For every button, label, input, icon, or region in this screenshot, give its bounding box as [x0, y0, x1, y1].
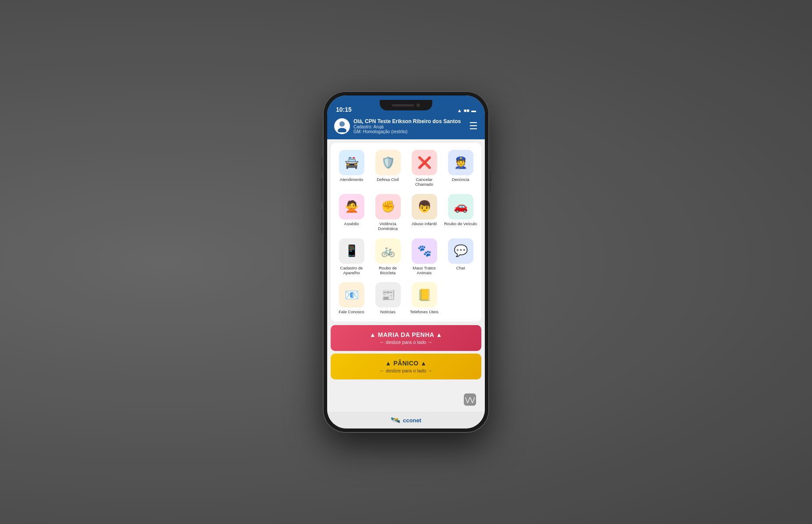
phone-screen: 10:15 ▲ ■■ ▬	[327, 96, 485, 428]
menu-icon-0: 🚔	[339, 150, 364, 175]
header-cadastro: Cadastro: Arujá	[353, 124, 461, 129]
banner-panico[interactable]: ▲ PÂNICO ▲ ← deslize para o lado →	[331, 354, 481, 379]
scroll-down-indicator[interactable]: ⋁⋁	[464, 393, 476, 406]
logo-icon: 🛰️	[391, 415, 400, 425]
menu-label-4: Assédio	[344, 221, 359, 226]
menu-label-13: Notícias	[380, 309, 395, 314]
hamburger-menu[interactable]: ☰	[469, 120, 478, 132]
menu-label-12: Fale Conosco	[339, 309, 364, 314]
menu-item-roubo-de-veículo[interactable]: 🚗 Roubo de Veículo	[443, 192, 478, 233]
menu-item-cancelar-chamado[interactable]: ❌ Cancelar Chamado	[407, 148, 441, 189]
menu-item-defesa-civil[interactable]: 🛡️ Defesa Civil	[371, 148, 405, 189]
menu-item-violência-doméstica[interactable]: ✊ Violência Doméstica	[371, 192, 405, 233]
menu-item-abuso-infantil[interactable]: 👦 Abuso infantil	[407, 192, 441, 233]
side-button-left-2	[321, 179, 323, 203]
menu-card: 🚔 Atendimento 🛡️ Defesa Civil ❌ Cancelar…	[331, 143, 481, 322]
menu-label-0: Atendimento	[340, 177, 363, 182]
app-header: Olá, CPN Teste Erikson Ribeiro dos Santo…	[327, 115, 485, 139]
notch-camera	[417, 103, 420, 107]
menu-icon-7: 🚗	[448, 194, 473, 220]
menu-icon-5: ✊	[375, 194, 401, 220]
notch-speaker	[392, 104, 414, 106]
banner-maria-title: ▲ MARIA DA PENHA ▲	[337, 331, 475, 338]
menu-label-9: Roubo de Bicicleta	[371, 266, 404, 276]
status-icons: ▲ ■■ ▬	[457, 108, 476, 113]
menu-item-fale-conosco[interactable]: 📧 Fale Conosco	[334, 280, 369, 316]
menu-item-cadastro-de-aparelho[interactable]: 📱 Cadastro de Aparelho	[334, 237, 369, 277]
menu-item-maus-tratos-animais[interactable]: 🐾 Maus Tratos Animais	[407, 237, 441, 277]
banner-panico-subtitle: ← deslize para o lado →	[337, 368, 475, 373]
menu-label-2: Cancelar Chamado	[408, 177, 441, 187]
menu-item-denúncia[interactable]: 👮 Denúncia	[443, 148, 478, 189]
header-text: Olá, CPN Teste Erikson Ribeiro dos Santo…	[353, 118, 461, 134]
footer: 🛰️ cconet	[327, 412, 485, 428]
footer-logo: 🛰️ cconet	[391, 415, 421, 425]
menu-icon-9: 🚲	[375, 238, 401, 264]
side-button-right	[489, 170, 491, 192]
notch	[380, 100, 432, 110]
battery-icon: ▬	[471, 108, 476, 113]
banner-maria-subtitle: ← deslize para o lado →	[337, 340, 475, 345]
menu-icon-1: 🛡️	[375, 150, 401, 175]
menu-label-1: Defesa Civil	[377, 177, 399, 182]
menu-item-notícias[interactable]: 📰 Notícias	[371, 280, 405, 316]
menu-icon-8: 📱	[339, 238, 364, 264]
signal-icon: ■■	[464, 108, 470, 113]
menu-label-6: Abuso infantil	[412, 221, 437, 226]
status-time: 10:15	[336, 106, 352, 113]
menu-icon-11: 💬	[448, 238, 473, 264]
banner-maria[interactable]: ▲ MARIA DA PENHA ▲ ← deslize para o lado…	[331, 325, 481, 351]
side-button-left-1	[321, 157, 323, 172]
menu-icon-13: 📰	[375, 282, 401, 308]
logo-text: cconet	[403, 417, 421, 424]
header-left: Olá, CPN Teste Erikson Ribeiro dos Santo…	[334, 118, 461, 134]
menu-icon-10: 🐾	[412, 238, 437, 264]
header-greeting: Olá, CPN Teste Erikson Ribeiro dos Santo…	[353, 118, 461, 124]
menu-label-10: Maus Tratos Animais	[408, 266, 441, 276]
header-gm: GM: Homologação (restrito)	[353, 129, 461, 134]
menu-icon-2: ❌	[412, 150, 437, 175]
avatar	[334, 118, 350, 134]
wifi-icon: ▲	[457, 108, 462, 113]
menu-item-telefones-úteis[interactable]: 📒 Telefones Úteis	[407, 280, 441, 316]
main-scroll-area[interactable]: 🚔 Atendimento 🛡️ Defesa Civil ❌ Cancelar…	[327, 139, 485, 412]
menu-label-14: Telefones Úteis	[410, 309, 438, 314]
phone-wrapper: 10:15 ▲ ■■ ▬	[323, 91, 489, 433]
svg-point-1	[338, 128, 346, 132]
svg-point-2	[339, 121, 345, 127]
side-button-left-3	[321, 209, 323, 234]
menu-label-8: Cadastro de Aparelho	[335, 266, 368, 276]
menu-icon-14: 📒	[412, 282, 437, 308]
menu-label-7: Roubo de Veículo	[444, 221, 477, 226]
menu-icon-4: 🙅	[339, 194, 364, 220]
banner-panico-title: ▲ PÂNICO ▲	[337, 360, 475, 367]
menu-label-11: Chat	[456, 266, 465, 270]
menu-item-atendimento[interactable]: 🚔 Atendimento	[334, 148, 369, 189]
menu-label-5: Violência Doméstica	[371, 221, 404, 231]
menu-icon-6: 👦	[412, 194, 437, 220]
menu-icon-12: 📧	[339, 282, 364, 308]
menu-label-3: Denúncia	[452, 177, 469, 182]
menu-icon-3: 👮	[448, 150, 473, 175]
menu-item-chat[interactable]: 💬 Chat	[443, 237, 478, 277]
menu-item-assédio[interactable]: 🙅 Assédio	[334, 192, 369, 233]
phone-frame: 10:15 ▲ ■■ ▬	[323, 91, 489, 433]
menu-item-roubo-de-bicicleta[interactable]: 🚲 Roubo de Bicicleta	[371, 237, 405, 277]
menu-grid: 🚔 Atendimento 🛡️ Defesa Civil ❌ Cancelar…	[334, 148, 478, 316]
